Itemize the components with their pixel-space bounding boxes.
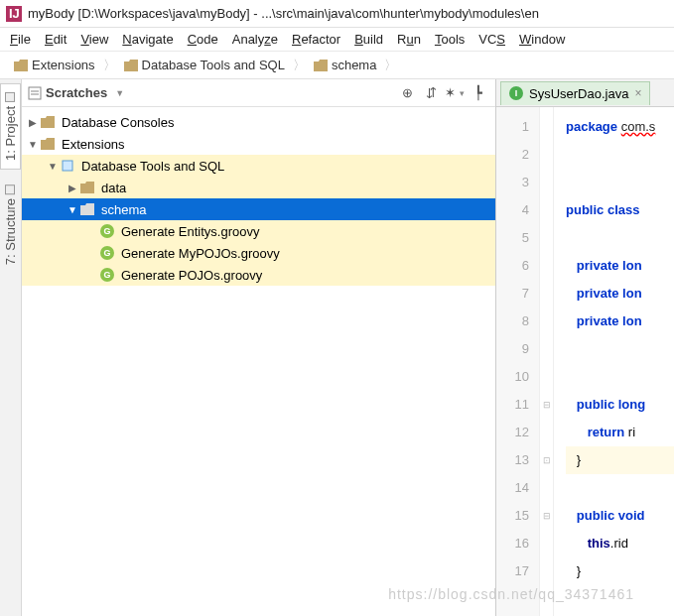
- plugin-icon: [60, 159, 75, 173]
- folder-icon: [79, 202, 95, 216]
- file-tab-sysuserdao[interactable]: I SysUserDao.java ×: [500, 81, 650, 105]
- menu-view[interactable]: View: [74, 30, 114, 49]
- fold-close-icon[interactable]: ⊡: [540, 446, 553, 474]
- structure-icon: [6, 185, 16, 194]
- code-editor[interactable]: 1234567891011121314151617 ⊟⊡⊟ package co…: [496, 107, 674, 616]
- groovy-file-icon: G: [99, 224, 115, 238]
- fold-open-icon[interactable]: ⊟: [540, 502, 553, 530]
- tree-node-data[interactable]: ▶ data: [22, 177, 495, 198]
- expand-arrow-icon[interactable]: ▶: [26, 117, 40, 128]
- chevron-right-icon: 〉: [291, 57, 308, 74]
- groovy-file-icon: G: [99, 268, 115, 282]
- chevron-right-icon: 〉: [101, 57, 118, 74]
- menu-file[interactable]: File: [4, 30, 37, 49]
- menu-window[interactable]: Window: [513, 30, 571, 49]
- collapse-arrow-icon[interactable]: ▼: [46, 161, 60, 172]
- interface-icon: I: [509, 86, 523, 100]
- fold-open-icon[interactable]: ⊟: [540, 391, 553, 419]
- crumb-schema[interactable]: schema: [308, 56, 383, 74]
- collapse-arrow-icon[interactable]: ▼: [66, 204, 79, 215]
- tree-node-gen-mypojos[interactable]: G Generate MyPOJOs.groovy: [22, 242, 495, 264]
- app-icon: IJ: [6, 6, 22, 22]
- scratches-icon: [28, 86, 42, 100]
- menu-edit[interactable]: Edit: [39, 30, 72, 49]
- gear-icon[interactable]: ✶▾: [444, 82, 466, 104]
- collapse-icon[interactable]: ⇵: [420, 82, 442, 104]
- hide-icon[interactable]: ┡: [468, 82, 489, 104]
- menu-analyze[interactable]: Analyze: [226, 30, 284, 49]
- menu-run[interactable]: Run: [391, 30, 427, 49]
- panel-title[interactable]: Scratches ▼: [28, 85, 394, 100]
- menu-code[interactable]: Code: [182, 30, 224, 49]
- editor-area: I SysUserDao.java × 12345678910111213141…: [496, 79, 674, 616]
- tree-node-gen-pojos[interactable]: G Generate POJOs.groovy: [22, 264, 495, 286]
- svg-rect-3: [63, 161, 72, 171]
- tree-node-gen-entitys[interactable]: G Generate Entitys.groovy: [22, 220, 495, 242]
- editor-tabs: I SysUserDao.java ×: [496, 79, 674, 107]
- target-icon[interactable]: ⊕: [396, 82, 418, 104]
- folder-icon: [40, 115, 56, 129]
- fold-gutter[interactable]: ⊟⊡⊟: [540, 107, 554, 616]
- panel-header: Scratches ▼ ⊕ ⇵ ✶▾ ┡: [22, 79, 495, 107]
- close-icon[interactable]: ×: [634, 86, 641, 100]
- collapse-arrow-icon[interactable]: ▼: [26, 139, 40, 150]
- menu-build[interactable]: Build: [348, 30, 389, 49]
- left-dock: 1: Project 7: Structure: [0, 79, 22, 616]
- svg-rect-2: [29, 87, 41, 99]
- window-title: myBody [D:\Workspaces\java\myBody] - ...…: [28, 6, 539, 21]
- crumb-dbtools[interactable]: Database Tools and SQL: [118, 56, 291, 74]
- dock-structure[interactable]: 7: Structure: [0, 176, 21, 274]
- menubar: File Edit View Navigate Code Analyze Ref…: [0, 28, 674, 52]
- expand-arrow-icon[interactable]: ▶: [66, 183, 79, 193]
- tree-node-extensions[interactable]: ▼ Extensions: [22, 133, 495, 155]
- menu-vcs[interactable]: VCS: [472, 30, 511, 49]
- chevron-down-icon: ▼: [115, 88, 124, 98]
- project-tree[interactable]: ▶ Database Consoles ▼ Extensions ▼ Datab…: [22, 107, 495, 616]
- tree-node-dbtools[interactable]: ▼ Database Tools and SQL: [22, 155, 495, 177]
- breadcrumb-bar: Extensions 〉 Database Tools and SQL 〉 sc…: [0, 52, 674, 79]
- tree-node-schema[interactable]: ▼ schema: [22, 198, 495, 220]
- titlebar: IJ myBody [D:\Workspaces\java\myBody] - …: [0, 0, 674, 28]
- folder-icon: [124, 60, 138, 71]
- project-panel: Scratches ▼ ⊕ ⇵ ✶▾ ┡ ▶ Database Consoles…: [22, 79, 496, 616]
- folder-icon: [314, 60, 328, 71]
- crumb-extensions[interactable]: Extensions: [8, 56, 101, 74]
- chevron-right-icon: 〉: [382, 57, 399, 74]
- folder-icon: [79, 181, 95, 194]
- dock-project[interactable]: 1: Project: [0, 83, 21, 170]
- menu-refactor[interactable]: Refactor: [286, 30, 346, 49]
- code-lines[interactable]: package com.s public class private lon p…: [554, 107, 674, 616]
- groovy-file-icon: G: [99, 246, 115, 260]
- folder-icon: [14, 60, 28, 71]
- project-icon: [6, 92, 16, 102]
- menu-navigate[interactable]: Navigate: [116, 30, 179, 49]
- svg-text:IJ: IJ: [9, 6, 20, 21]
- menu-tools[interactable]: Tools: [429, 30, 471, 49]
- line-gutter: 1234567891011121314151617: [496, 107, 540, 616]
- folder-icon: [40, 137, 56, 151]
- tree-node-database-consoles[interactable]: ▶ Database Consoles: [22, 111, 495, 133]
